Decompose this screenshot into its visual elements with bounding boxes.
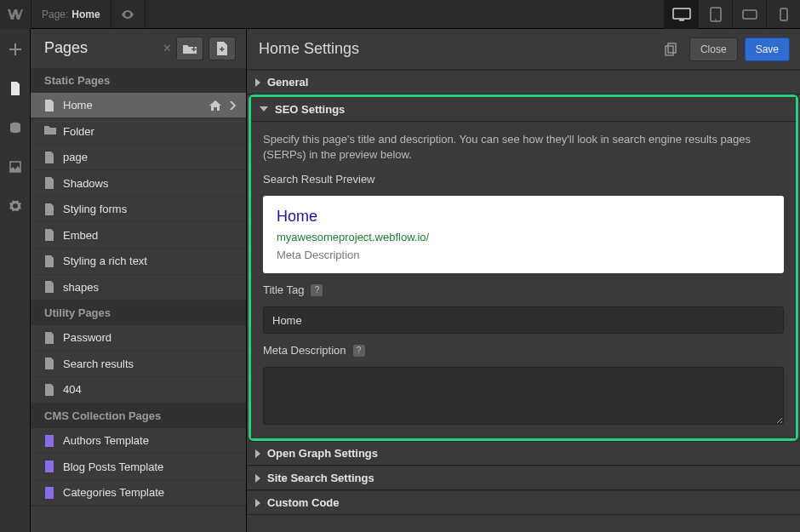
meta-desc-textarea[interactable] — [263, 367, 784, 425]
device-tablet-landscape-button[interactable] — [732, 0, 766, 29]
page-row[interactable]: Authors Template — [31, 428, 246, 455]
page-row-label: Embed — [63, 229, 236, 242]
page-indicator-label: Page: — [42, 9, 68, 20]
pages-panel-header: Pages × — [31, 29, 246, 68]
page-row[interactable]: Search results — [31, 352, 246, 378]
page-row-label: Styling a rich text — [63, 255, 236, 267]
duplicate-page-button[interactable] — [659, 37, 683, 61]
accordion-label: Open Graph Settings — [267, 447, 378, 460]
page-row[interactable]: Categories Template — [31, 480, 246, 506]
accordion-site-search[interactable]: Site Search Settings — [247, 466, 800, 490]
device-desktop-button[interactable] — [664, 0, 698, 29]
serp-preview-label: Search Result Preview — [263, 173, 784, 186]
close-button[interactable]: Close — [689, 37, 738, 61]
title-tag-label-row: Title Tag ? — [263, 283, 784, 296]
rail-assets-button[interactable] — [0, 155, 31, 179]
rail-add-button[interactable] — [0, 37, 31, 61]
page-row[interactable]: shapes — [31, 275, 246, 301]
page-icon — [44, 177, 54, 189]
device-mobile-button[interactable] — [766, 0, 800, 29]
save-button[interactable]: Save — [745, 37, 790, 61]
accordion-seo[interactable]: SEO Settings — [251, 97, 796, 122]
close-button-label: Close — [700, 43, 727, 55]
new-folder-button[interactable] — [176, 37, 203, 60]
page-icon — [44, 229, 54, 241]
save-button-label: Save — [756, 43, 779, 55]
page-icon — [44, 358, 54, 369]
chevron-right-icon — [255, 449, 260, 458]
svg-rect-0 — [673, 9, 690, 19]
serp-title: Home — [277, 208, 770, 226]
page-row-label: Home — [63, 99, 201, 112]
page-row[interactable]: Blog Posts Template — [31, 454, 246, 480]
page-row[interactable]: Shadows — [31, 170, 246, 197]
page-icon — [44, 152, 54, 163]
page-icon — [44, 203, 54, 215]
svg-rect-4 — [743, 10, 757, 19]
help-icon[interactable]: ? — [353, 345, 365, 357]
device-buttons — [664, 0, 800, 29]
page-row-label: Blog Posts Template — [63, 460, 236, 473]
seo-body: Specify this page's title and descriptio… — [251, 122, 796, 438]
page-row-label: Styling forms — [63, 203, 236, 215]
title-tag-input[interactable] — [263, 306, 784, 334]
svg-rect-8 — [45, 435, 54, 447]
svg-rect-9 — [45, 460, 54, 472]
device-tablet-button[interactable] — [698, 0, 732, 29]
accordion-custom-code[interactable]: Custom Code — [247, 490, 800, 515]
page-icon — [44, 255, 54, 267]
page-row-label: 404 — [63, 383, 236, 396]
accordion-open-graph[interactable]: Open Graph Settings — [247, 441, 800, 466]
home-icon — [209, 100, 221, 111]
chevron-right-icon — [255, 78, 260, 87]
page-row-folder[interactable]: Folder — [31, 118, 246, 145]
serp-url: myawesomeproject.webflow.io/ — [277, 231, 770, 243]
accordion-label: SEO Settings — [275, 103, 345, 116]
page-row[interactable]: 404 — [31, 377, 246, 403]
static-pages-header: Static Pages — [31, 68, 246, 93]
page-row-home[interactable]: Home — [31, 93, 246, 119]
pages-panel-close-icon[interactable]: × — [163, 41, 171, 56]
left-icon-rail — [0, 29, 31, 532]
page-row-label: shapes — [63, 281, 236, 294]
accordion-label: General — [267, 76, 308, 89]
help-icon[interactable]: ? — [311, 284, 323, 296]
folder-icon — [44, 125, 54, 137]
accordion-label: Custom Code — [267, 496, 340, 509]
serp-preview: Home myawesomeproject.webflow.io/ Meta D… — [263, 196, 784, 273]
seo-section-highlight: SEO Settings Specify this page's title a… — [249, 94, 798, 441]
page-row[interactable]: Password — [31, 325, 246, 352]
svg-point-3 — [715, 19, 717, 20]
page-indicator-name: Home — [71, 9, 100, 20]
settings-header: Home Settings Close Save — [247, 29, 800, 70]
page-row[interactable]: Embed — [31, 222, 246, 249]
svg-rect-1 — [679, 20, 684, 21]
page-row-label: Shadows — [63, 177, 236, 190]
title-tag-label: Title Tag — [263, 283, 304, 296]
rail-settings-button[interactable] — [0, 194, 31, 218]
preview-toggle-button[interactable] — [111, 0, 146, 29]
settings-title: Home Settings — [259, 40, 659, 58]
page-row-label: Password — [63, 331, 236, 344]
page-icon — [44, 281, 54, 293]
page-icon — [44, 332, 54, 344]
page-row-label: Folder — [63, 125, 236, 138]
page-icon — [44, 100, 54, 112]
rail-pages-button[interactable] — [0, 77, 31, 100]
webflow-logo[interactable] — [0, 0, 31, 29]
svg-rect-5 — [780, 9, 787, 20]
svg-rect-10 — [45, 487, 54, 499]
utility-pages-header: Utility Pages — [31, 300, 246, 325]
cms-pages-header: CMS Collection Pages — [31, 403, 246, 428]
page-row[interactable]: page — [31, 145, 246, 171]
new-page-button[interactable] — [209, 37, 236, 60]
cms-page-icon — [44, 460, 54, 472]
page-row-label: Search results — [63, 358, 236, 370]
page-row-label: page — [63, 151, 236, 163]
accordion-general[interactable]: General — [247, 70, 800, 94]
page-row[interactable]: Styling forms — [31, 197, 246, 223]
page-row[interactable]: Styling a rich text — [31, 249, 246, 275]
rail-cms-button[interactable] — [0, 116, 31, 140]
page-row-label: Authors Template — [63, 434, 236, 447]
page-indicator[interactable]: Page: Home — [31, 0, 111, 29]
